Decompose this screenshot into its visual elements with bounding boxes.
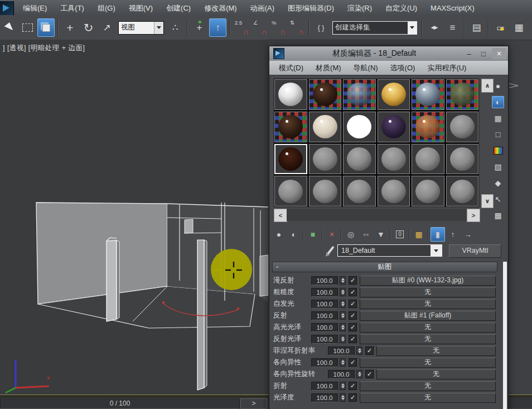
mirror-button[interactable]: ◀▶ <box>425 18 443 37</box>
material-sample-slot[interactable] <box>309 79 342 110</box>
keyboard-shortcut-override-button[interactable]: ↑ <box>209 18 226 37</box>
editor-menu-item-4[interactable]: 实用程序(U) <box>421 61 472 75</box>
map-amount-input[interactable]: 100.0 <box>328 347 355 355</box>
spinner-down-icon[interactable] <box>341 386 345 388</box>
select-and-move-button[interactable]: + <box>61 18 79 37</box>
material-editor-options-button[interactable]: ◆ <box>492 177 504 189</box>
assign-material-to-selection-button[interactable]: ■ <box>306 227 320 242</box>
editor-menu-item-1[interactable]: 材质(M) <box>309 61 347 75</box>
map-amount-input[interactable]: 100.0 <box>311 311 338 320</box>
menubar-item-5[interactable]: 修改器(M) <box>197 1 244 16</box>
viewport-label[interactable]: ] [透视] [明暗处理 + 边面] <box>3 44 85 53</box>
map-amount-input[interactable]: 100.0 <box>328 370 355 379</box>
spinner-up-icon[interactable] <box>341 395 345 397</box>
named-selection-set-dropdown[interactable]: 创建选择集 <box>332 21 417 35</box>
editor-menu-item-3[interactable]: 选项(O) <box>384 61 422 75</box>
amount-spinner[interactable] <box>340 276 346 285</box>
map-amount-input[interactable]: 100.0 <box>311 393 338 402</box>
menubar-item-1[interactable]: 工具(T) <box>54 1 91 16</box>
material-sample-slot[interactable] <box>343 176 376 206</box>
spinner-down-icon[interactable] <box>341 363 345 365</box>
menubar-item-10[interactable]: MAXScript(X) <box>424 1 481 16</box>
material-id-channel-button[interactable]: 0 <box>393 227 407 242</box>
menubar-item-6[interactable]: 动画(A) <box>244 1 281 16</box>
select-and-uniform-scale-button[interactable]: ↗ <box>98 18 115 37</box>
map-amount-input[interactable]: 100.0 <box>311 323 338 332</box>
show-end-result-button[interactable]: ▮ <box>431 227 445 242</box>
material-sample-slot[interactable] <box>446 176 479 206</box>
spinner-down-icon[interactable] <box>341 328 345 330</box>
material-type-button[interactable]: VRayMtl <box>449 244 501 258</box>
material-sample-slot[interactable] <box>343 79 376 110</box>
material-name-dropdown[interactable]: 18_Default <box>337 244 442 257</box>
material-sample-slot[interactable] <box>446 112 479 142</box>
material-sample-slot[interactable] <box>378 112 410 142</box>
go-forward-to-sibling-button[interactable]: → <box>461 227 475 242</box>
map-slot-button[interactable]: 贴图 #1 (Falloff) <box>360 311 496 321</box>
select-object-button[interactable] <box>37 18 55 37</box>
editor-menu-item-0[interactable]: 模式(D) <box>273 61 309 75</box>
amount-spinner[interactable] <box>340 335 346 343</box>
amount-spinner[interactable] <box>356 347 362 355</box>
spinner-up-icon[interactable] <box>358 372 361 374</box>
material-sample-slot[interactable] <box>378 144 410 175</box>
rendered-frame-window-button[interactable]: ▦ <box>510 18 528 37</box>
reset-map-to-default-button[interactable]: × <box>325 227 339 242</box>
map-enable-checkbox[interactable]: ✓ <box>365 347 374 355</box>
angle-snap-toggle-button[interactable]: ∠∩ <box>252 18 269 37</box>
use-pivot-point-center-button[interactable]: ∴ <box>167 18 184 37</box>
select-and-manipulate-button[interactable]: + <box>191 18 208 37</box>
material-sample-slot-selected[interactable] <box>274 144 307 175</box>
map-amount-input[interactable]: 100.0 <box>311 382 338 391</box>
chevron-down-icon[interactable] <box>431 245 442 256</box>
menubar-item-9[interactable]: 自定义(U) <box>379 1 424 16</box>
horizontal-scroll-track[interactable] <box>287 209 466 221</box>
spinner-snap-toggle-button[interactable]: ⇅∩ <box>288 18 306 37</box>
material-sample-slot[interactable] <box>343 112 376 142</box>
make-unique-button[interactable]: ◦◦ <box>359 227 373 242</box>
map-enable-checkbox[interactable]: ✓ <box>349 382 357 390</box>
spinner-down-icon[interactable] <box>341 339 345 341</box>
material-sample-slot[interactable] <box>309 112 342 142</box>
show-shaded-material-in-viewport-button[interactable]: ▦ <box>412 227 426 242</box>
percent-snap-toggle-button[interactable]: %∩ <box>270 18 287 37</box>
chevron-down-icon[interactable] <box>154 22 163 34</box>
amount-spinner[interactable] <box>340 300 346 308</box>
video-color-check-button[interactable] <box>492 145 504 157</box>
sample-type-sphere-button[interactable]: ● <box>492 80 504 92</box>
selection-region-button[interactable] <box>19 18 36 37</box>
map-enable-checkbox[interactable]: ✓ <box>349 276 357 285</box>
material-editor-titlebar[interactable]: 材质编辑器 - 18_Default – □ × <box>269 46 508 61</box>
scroll-right-button[interactable]: > <box>467 209 480 222</box>
material-map-navigator-button[interactable]: ▩ <box>492 209 504 222</box>
spinner-up-icon[interactable] <box>358 348 361 350</box>
rollout-scrollbar[interactable] <box>503 262 507 409</box>
map-slot-button[interactable]: 无 <box>360 381 496 391</box>
snap-toggle-2-5d-button[interactable]: 2.5∩ <box>233 18 250 37</box>
backlight-button[interactable]: ◐ <box>492 96 504 108</box>
minimize-button[interactable]: – <box>462 48 476 59</box>
amount-spinner[interactable] <box>356 370 362 378</box>
sample-uv-tiling-button[interactable]: □ <box>492 128 504 141</box>
material-sample-slot[interactable] <box>412 79 444 110</box>
chevron-down-icon[interactable] <box>408 22 417 34</box>
make-preview-button[interactable]: ▧ <box>492 161 504 173</box>
map-slot-button[interactable]: 无 <box>360 299 496 309</box>
editor-menu-item-2[interactable]: 导航(N) <box>347 61 384 75</box>
map-slot-button[interactable]: 贴图 #0 (WW-132-3.jpg) <box>360 276 496 286</box>
background-checker-button[interactable]: ▦ <box>492 112 504 124</box>
spinner-up-icon[interactable] <box>341 336 345 339</box>
map-enable-checkbox[interactable]: ✓ <box>349 335 357 343</box>
spinner-up-icon[interactable] <box>341 278 345 280</box>
spinner-up-icon[interactable] <box>341 301 345 304</box>
map-slot-button[interactable]: 无 <box>360 287 496 297</box>
material-sample-slot[interactable] <box>412 144 444 175</box>
spinner-up-icon[interactable] <box>341 325 345 327</box>
material-sample-slot[interactable] <box>412 112 444 142</box>
spinner-up-icon[interactable] <box>341 360 345 362</box>
perspective-viewport[interactable]: ] [透视] [明暗处理 + 边面] <box>0 40 268 394</box>
map-enable-checkbox[interactable]: ✓ <box>349 323 357 331</box>
spinner-down-icon[interactable] <box>341 304 345 306</box>
go-to-parent-button[interactable]: ↑ <box>446 227 460 242</box>
map-amount-input[interactable]: 100.0 <box>311 358 338 367</box>
